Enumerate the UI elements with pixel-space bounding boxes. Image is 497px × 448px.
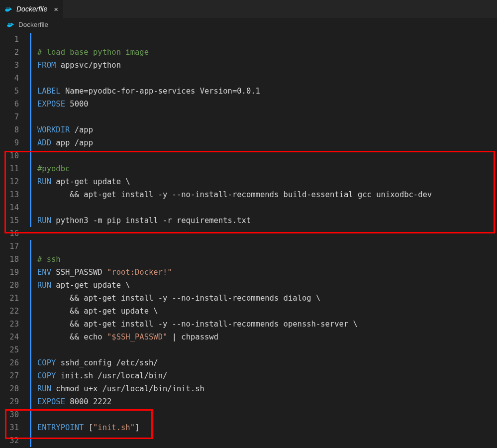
modified-indicator (30, 136, 31, 149)
code-line[interactable]: 12RUN apt-get update \ (0, 175, 497, 188)
tab-dockerfile[interactable]: Dockerfile × (0, 0, 63, 18)
code-line[interactable]: 18# ssh (0, 253, 497, 266)
code-line[interactable]: 7 (0, 111, 497, 123)
code-editor[interactable]: 1 2# load base python image3FROM appsvc/… (0, 31, 497, 447)
modified-indicator (30, 305, 31, 318)
code-content: && apt-get install -y --no-install-recom… (37, 292, 497, 305)
code-line[interactable]: 5LABEL Name=pyodbc-for-app-services Vers… (0, 85, 497, 98)
code-line[interactable]: 21 && apt-get install -y --no-install-re… (0, 292, 497, 305)
line-number: 17 (0, 240, 30, 253)
code-content: && apt-get install -y --no-install-recom… (37, 318, 497, 331)
modified-indicator (30, 343, 31, 356)
line-number: 8 (0, 123, 30, 136)
code-content: EXPOSE 8000 2222 (37, 395, 497, 408)
code-line[interactable]: 23 && apt-get install -y --no-install-re… (0, 318, 497, 331)
code-line[interactable]: 4 (0, 72, 497, 85)
modified-indicator (30, 266, 31, 279)
breadcrumb-title: Dockerfile (18, 21, 48, 28)
line-number: 19 (0, 266, 30, 279)
code-content: EXPOSE 5000 (37, 98, 497, 111)
line-number: 20 (0, 279, 30, 292)
line-number: 13 (0, 188, 30, 201)
code-content (37, 408, 497, 421)
code-line[interactable]: 24 && echo "$SSH_PASSWD" | chpasswd (0, 331, 497, 343)
code-content: && apt-get install -y --no-install-recom… (37, 188, 497, 201)
code-line[interactable]: 14 (0, 201, 497, 214)
code-line[interactable]: 22 && apt-get update \ (0, 305, 497, 318)
code-content (37, 227, 497, 240)
code-content: ENV SSH_PASSWD "root:Docker!" (37, 266, 497, 279)
code-line[interactable]: 8WORKDIR /app (0, 123, 497, 136)
line-number: 30 (0, 408, 30, 421)
line-number: 15 (0, 214, 30, 227)
line-number: 27 (0, 369, 30, 382)
modified-indicator (30, 292, 31, 305)
code-content: ADD app /app (37, 136, 497, 149)
line-number: 24 (0, 331, 30, 343)
code-content (37, 434, 497, 447)
code-line[interactable]: 6EXPOSE 5000 (0, 98, 497, 111)
code-content: # ssh (37, 253, 497, 266)
code-line[interactable]: 2# load base python image (0, 46, 497, 59)
code-content: RUN apt-get update \ (37, 279, 497, 292)
code-content: LABEL Name=pyodbc-for-app-services Versi… (37, 85, 497, 98)
line-number: 7 (0, 111, 30, 123)
code-line[interactable]: 9ADD app /app (0, 136, 497, 149)
code-line[interactable]: 28RUN chmod u+x /usr/local/bin/init.sh (0, 382, 497, 395)
tab-title: Dockerfile (16, 5, 47, 13)
code-line[interactable]: 20RUN apt-get update \ (0, 279, 497, 292)
code-line[interactable]: 29EXPOSE 8000 2222 (0, 395, 497, 408)
modified-indicator (30, 59, 31, 72)
line-number: 1 (0, 33, 30, 46)
code-line[interactable]: 11#pyodbc (0, 162, 497, 175)
line-number: 32 (0, 434, 30, 447)
modified-indicator (30, 85, 31, 98)
line-number: 14 (0, 201, 30, 214)
code-line[interactable]: 15RUN python3 -m pip install -r requirem… (0, 214, 497, 227)
breadcrumb[interactable]: Dockerfile (0, 18, 497, 31)
code-line[interactable]: 17 (0, 240, 497, 253)
code-line[interactable]: 10 (0, 149, 497, 162)
code-content (37, 33, 497, 46)
code-content (37, 201, 497, 214)
code-line[interactable]: 30 (0, 408, 497, 421)
modified-indicator (30, 253, 31, 266)
code-line[interactable]: 1 (0, 33, 497, 46)
line-number: 12 (0, 175, 30, 188)
line-number: 3 (0, 59, 30, 72)
modified-indicator (30, 408, 31, 421)
modified-indicator (30, 98, 31, 111)
code-line[interactable]: 26COPY sshd_config /etc/ssh/ (0, 356, 497, 369)
line-number: 10 (0, 149, 30, 162)
modified-indicator (30, 46, 31, 59)
code-line[interactable]: 16 (0, 227, 497, 240)
line-number: 16 (0, 227, 30, 240)
code-line[interactable]: 25 (0, 343, 497, 356)
code-line[interactable]: 31ENTRYPOINT ["init.sh"] (0, 421, 497, 434)
code-line[interactable]: 3FROM appsvc/python (0, 59, 497, 72)
code-content (37, 72, 497, 85)
line-number: 26 (0, 356, 30, 369)
line-number: 2 (0, 46, 30, 59)
code-line[interactable]: 27COPY init.sh /usr/local/bin/ (0, 369, 497, 382)
line-number: 23 (0, 318, 30, 331)
line-number: 29 (0, 395, 30, 408)
modified-indicator (30, 214, 31, 227)
code-line[interactable]: 19ENV SSH_PASSWD "root:Docker!" (0, 266, 497, 279)
code-content: RUN python3 -m pip install -r requiremen… (37, 214, 497, 227)
docker-icon (7, 21, 15, 27)
modified-indicator (30, 188, 31, 201)
modified-indicator (30, 240, 31, 253)
code-content (37, 149, 497, 162)
code-content: FROM appsvc/python (37, 59, 497, 72)
modified-indicator (30, 382, 31, 395)
close-icon[interactable]: × (54, 5, 58, 13)
code-line[interactable]: 32 (0, 434, 497, 447)
code-line[interactable]: 13 && apt-get install -y --no-install-re… (0, 188, 497, 201)
modified-indicator (30, 279, 31, 292)
modified-indicator (30, 395, 31, 408)
code-content: ENTRYPOINT ["init.sh"] (37, 421, 497, 434)
code-content: && apt-get update \ (37, 305, 497, 318)
modified-indicator (30, 318, 31, 331)
line-number: 21 (0, 292, 30, 305)
